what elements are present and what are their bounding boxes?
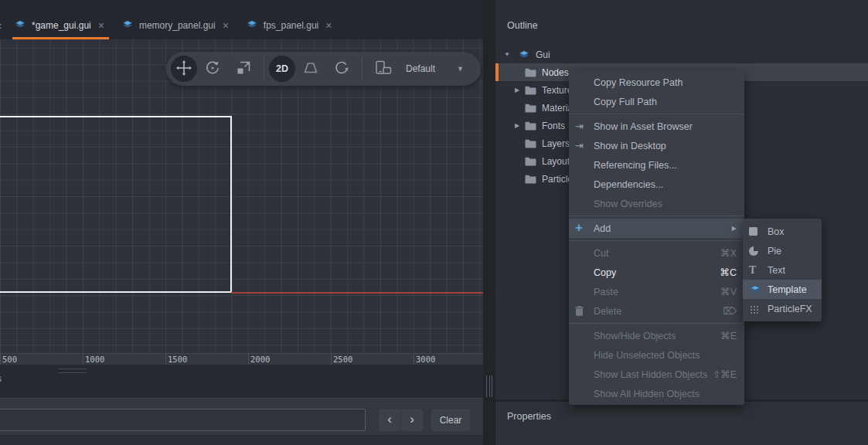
device-icon: [374, 60, 392, 77]
rotate-tool-icon: [205, 60, 220, 78]
ruler-tick: [165, 354, 166, 365]
add-submenu: BoxPieTTextTemplateParticleFX: [743, 219, 822, 321]
open-external-icon: ⇥: [575, 140, 594, 151]
mode-2d-button[interactable]: 2D: [269, 56, 295, 82]
menu-item-paste: Paste⌘V: [569, 282, 744, 301]
tab-fps_panelgui[interactable]: fps_panel.gui×: [244, 13, 337, 39]
menu-item-label: Cut: [594, 248, 720, 259]
tree-row-label: Gui: [536, 49, 550, 60]
console-tab-partial-label: s: [0, 373, 2, 384]
submenu-arrow-icon: ▶: [732, 225, 737, 232]
tab-label: fps_panel.gui: [264, 20, 318, 31]
pane-splitter-vertical[interactable]: [483, 0, 495, 445]
box-icon: [749, 227, 768, 236]
menu-item-show-in-asset-browser[interactable]: ⇥Show in Asset Browser: [569, 117, 744, 136]
menu-separator: [569, 216, 744, 216]
chevron-right-icon[interactable]: ▶: [513, 87, 521, 93]
find-next-button[interactable]: ›: [401, 409, 423, 431]
menu-item-label: Show All Hidden Objects: [594, 389, 737, 399]
refresh-view-button[interactable]: [326, 56, 357, 82]
menu-item-delete: Delete⌦: [569, 301, 744, 321]
trash-icon: [575, 306, 594, 316]
menu-item-label: Show Last Hidden Objects: [594, 369, 713, 380]
ruler-label: 1000: [85, 355, 104, 364]
ruler-label: 2000: [250, 355, 270, 364]
folder-icon: [525, 121, 536, 131]
close-icon[interactable]: ×: [0, 19, 2, 32]
editor-window: × *game_gui.gui×memory_panel.gui×fps_pan…: [0, 0, 868, 445]
frustum-culling-button[interactable]: [295, 56, 326, 82]
close-icon[interactable]: ×: [97, 20, 106, 31]
menu-item-label: Hide Unselected Objects: [594, 350, 737, 361]
menu-item-label: Copy: [594, 267, 720, 278]
console-panel: s ‹ › Clear: [0, 365, 483, 445]
ruler-label: 1500: [168, 355, 187, 364]
menu-item-shortcut: ⌘X: [720, 247, 737, 259]
editor-left-pane: × *game_gui.gui×memory_panel.gui×fps_pan…: [0, 0, 483, 445]
tab-label: memory_panel.gui: [139, 20, 216, 31]
panel-drag-handle[interactable]: [59, 369, 87, 373]
gui-file-icon: [246, 19, 258, 32]
chevron-down-icon[interactable]: ▼: [457, 65, 464, 73]
text-icon: T: [749, 265, 768, 276]
menu-item-shortcut: ⌘C: [720, 267, 737, 278]
chevron-down-icon[interactable]: ▼: [503, 51, 511, 58]
scale-tool-button[interactable]: [228, 56, 259, 82]
ruler-label: 500: [2, 355, 17, 364]
menu-item-show-in-desktop[interactable]: ⇥Show in Desktop: [569, 136, 744, 155]
gui-node-icon: [518, 49, 530, 59]
menu-item-shortcut: ⌦: [723, 305, 737, 317]
menu-separator: [569, 323, 744, 324]
find-previous-button[interactable]: ‹: [379, 409, 400, 431]
menu-item-copy-full-path[interactable]: Copy Full Path: [569, 92, 744, 111]
menu-item-cut: Cut⌘X: [569, 243, 744, 263]
submenu-item-particlefx[interactable]: ParticleFX: [743, 299, 822, 318]
move-tool-icon: [175, 59, 192, 79]
menu-item-label: Copy Full Path: [594, 97, 737, 107]
outline-panel-title: Outline: [507, 20, 538, 31]
menu-item-label: Show in Desktop: [594, 141, 737, 151]
menu-item-hide-unselected-objects: Hide Unselected Objects: [569, 345, 744, 365]
console-filter-input[interactable]: [0, 409, 366, 431]
submenu-item-template[interactable]: Template: [743, 280, 822, 299]
ruler-tick: [414, 354, 414, 365]
menu-item-dependencies[interactable]: Dependencies...: [569, 175, 744, 194]
menu-item-referencing-files[interactable]: Referencing Files...: [569, 155, 744, 175]
splitter-grip-icon: [486, 375, 492, 397]
tree-row-gui[interactable]: ▼Gui: [495, 46, 868, 63]
submenu-item-text[interactable]: TText: [743, 260, 822, 280]
menu-item-show-last-hidden-objects: Show Last Hidden Objects⇧⌘E: [569, 365, 744, 384]
menu-item-label: Paste: [594, 287, 720, 297]
menu-item-add[interactable]: +Add▶: [569, 219, 744, 238]
gui-bounds-rectangle: [0, 116, 232, 293]
menu-item-show-all-hidden-objects: Show All Hidden Objects: [569, 384, 744, 403]
submenu-item-pie[interactable]: Pie: [743, 241, 822, 260]
viewport-toolbar: 2D: [166, 52, 481, 86]
menu-item-copy-resource-path[interactable]: Copy Resource Path: [569, 73, 744, 92]
menu-item-copy[interactable]: Copy⌘C: [569, 263, 744, 282]
clear-console-button[interactable]: Clear: [431, 409, 470, 431]
submenu-item-label: ParticleFX: [768, 304, 815, 314]
profile-selector-value[interactable]: Default: [406, 63, 435, 74]
tab-memory_panelgui[interactable]: memory_panel.gui×: [120, 13, 233, 39]
close-icon[interactable]: ×: [324, 20, 333, 31]
move-tool-button[interactable]: [171, 56, 197, 82]
device-profile-button[interactable]: [367, 56, 398, 82]
folder-icon: [525, 68, 536, 77]
rotate-tool-button[interactable]: [197, 56, 228, 82]
ruler-tick: [331, 354, 332, 365]
scene-viewport[interactable]: [0, 39, 483, 353]
chevron-right-icon[interactable]: ▶: [513, 122, 521, 129]
tree-row-label: Layers: [542, 138, 570, 149]
ruler-label: 2500: [333, 355, 352, 364]
submenu-item-box[interactable]: Box: [743, 222, 822, 241]
tree-row-label: Nodes: [542, 67, 569, 78]
menu-item-shortcut: ⌘V: [720, 286, 737, 297]
x-axis-line: [231, 292, 483, 294]
close-icon[interactable]: ×: [221, 20, 230, 31]
scale-tool-icon: [237, 61, 250, 77]
menu-item-label: Copy Resource Path: [594, 77, 737, 88]
ruler-tick: [0, 354, 1, 365]
tab-game_guigui[interactable]: *game_gui.gui×: [12, 13, 109, 39]
submenu-item-label: Template: [768, 284, 815, 295]
